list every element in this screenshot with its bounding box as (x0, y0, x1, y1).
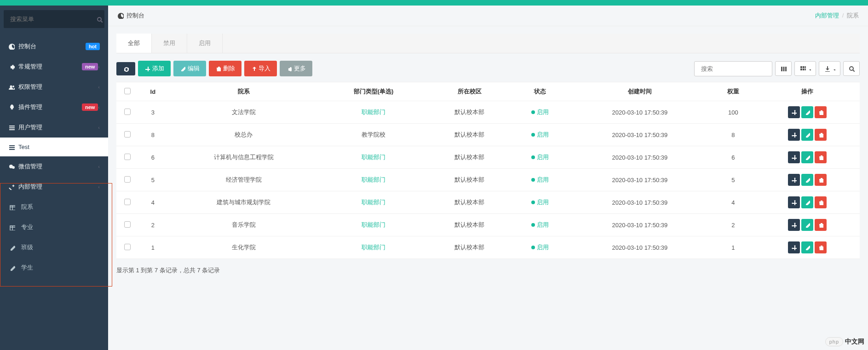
export-button[interactable] (819, 61, 840, 76)
sidebar-item-4[interactable]: 用户管理 ‹ (0, 117, 108, 138)
row-checkbox[interactable] (124, 131, 131, 138)
cell-id: 8 (138, 124, 167, 146)
sidebar-item-label: 控制台 (18, 42, 86, 51)
tab-1[interactable]: 禁用 (152, 34, 187, 53)
cell-status[interactable]: 启用 (512, 214, 569, 236)
sidebar-item-7[interactable]: 内部管理 ‹ (0, 177, 108, 197)
cell-status[interactable]: 启用 (512, 101, 569, 124)
row-move-button[interactable] (788, 106, 800, 118)
sidebar-item-2[interactable]: 权限管理 ‹ (0, 77, 108, 97)
row-delete-button[interactable] (815, 151, 827, 163)
row-delete-button[interactable] (815, 196, 827, 208)
grid-button[interactable] (794, 61, 816, 76)
data-table: Id院系部门类型(单选)所在校区状态创建时间权重操作 3 文法学院 职能部门 默… (116, 82, 860, 259)
cell-name: 音乐学院 (167, 214, 320, 236)
edit-button[interactable]: 编辑 (173, 61, 206, 76)
sidebar-subitem-3[interactable]: 学生 (0, 258, 108, 278)
table-row: 5 经济管理学院 职能部门 默认校本部 启用 2020-03-10 17:50:… (116, 169, 860, 191)
list-icon (8, 124, 18, 131)
pencil-icon (805, 222, 810, 228)
chevron-left-icon: ‹ (98, 104, 100, 110)
row-move-button[interactable] (788, 174, 800, 186)
top-bar (0, 0, 868, 6)
row-edit-button[interactable] (801, 129, 813, 141)
cell-type: 职能部门 (320, 146, 427, 169)
row-move-button[interactable] (788, 196, 800, 208)
row-move-button[interactable] (788, 151, 800, 163)
cell-campus: 默认校本部 (427, 214, 512, 236)
sidebar-subitem-1[interactable]: 专业 (0, 217, 108, 237)
cell-status[interactable]: 启用 (512, 146, 569, 169)
refresh-button[interactable] (116, 62, 135, 75)
row-edit-button[interactable] (801, 151, 813, 163)
cell-type: 职能部门 (320, 214, 427, 236)
cell-campus: 默认校本部 (427, 236, 512, 259)
row-edit-button[interactable] (801, 196, 813, 208)
dashboard-icon (8, 43, 18, 50)
list-icon (8, 144, 18, 150)
row-edit-button[interactable] (801, 241, 813, 253)
main-area: 控制台 内部管理 / 院系 全部禁用启用 添加 编辑 (108, 6, 868, 350)
table-header-4: 所在校区 (427, 82, 512, 101)
row-delete-button[interactable] (815, 174, 827, 186)
sidebar-subitem-0[interactable]: 院系 (0, 197, 108, 217)
row-checkbox[interactable] (124, 176, 131, 183)
add-button[interactable]: 添加 (138, 61, 171, 76)
table-search-input[interactable] (694, 61, 772, 76)
table-header-6: 创建时间 (569, 82, 712, 101)
search-toggle-button[interactable] (843, 61, 860, 76)
more-button[interactable]: 更多 (280, 61, 312, 76)
tab-2[interactable]: 启用 (187, 34, 223, 53)
sidebar-search-input[interactable] (4, 10, 94, 28)
cell-status[interactable]: 启用 (512, 124, 569, 146)
sidebar-subitem-2[interactable]: 班级 (0, 237, 108, 258)
plus-icon (144, 66, 150, 71)
sidebar-item-6[interactable]: 微信管理 ‹ (0, 156, 108, 177)
row-checkbox[interactable] (124, 199, 131, 205)
cell-id: 5 (138, 169, 167, 191)
sidebar-item-label: 插件管理 (18, 103, 82, 111)
row-checkbox[interactable] (124, 154, 131, 160)
row-delete-button[interactable] (815, 219, 827, 231)
cell-actions (755, 101, 860, 124)
row-edit-button[interactable] (801, 106, 813, 118)
breadcrumb-current: 院系 (847, 12, 859, 19)
table-header-3: 部门类型(单选) (320, 82, 427, 101)
caret-down-icon (832, 67, 835, 70)
row-delete-button[interactable] (815, 129, 827, 141)
sidebar-item-1[interactable]: 常规管理 new ‹ (0, 57, 108, 77)
row-delete-button[interactable] (815, 241, 827, 253)
row-checkbox[interactable] (124, 244, 131, 250)
row-move-button[interactable] (788, 129, 800, 141)
sidebar-item-label: Test (18, 143, 100, 150)
wechat-icon (8, 163, 18, 170)
cell-status[interactable]: 启用 (512, 191, 569, 214)
pencil-icon (805, 132, 810, 138)
row-move-button[interactable] (788, 241, 800, 253)
cell-status[interactable]: 启用 (512, 169, 569, 191)
sidebar-search-button[interactable] (94, 10, 104, 28)
row-checkbox[interactable] (124, 109, 131, 115)
row-edit-button[interactable] (801, 174, 813, 186)
sidebar-item-5[interactable]: Test (0, 138, 108, 156)
breadcrumb-link-0[interactable]: 内部管理 (815, 12, 839, 19)
move-icon (791, 132, 797, 138)
delete-button[interactable]: 删除 (209, 61, 241, 76)
table-header-0[interactable] (116, 82, 138, 101)
chevron-left-icon: ‹ (98, 64, 100, 69)
cell-status[interactable]: 启用 (512, 236, 569, 259)
row-checkbox[interactable] (124, 221, 131, 228)
columns-button[interactable] (775, 61, 792, 76)
tab-0[interactable]: 全部 (116, 34, 152, 53)
row-edit-button[interactable] (801, 219, 813, 231)
table-header-8: 操作 (755, 82, 860, 101)
sidebar-item-0[interactable]: 控制台 hot (0, 36, 108, 57)
import-button[interactable]: 导入 (244, 61, 277, 76)
checkbox-all[interactable] (124, 88, 131, 94)
row-move-button[interactable] (788, 219, 800, 231)
sidebar-item-3[interactable]: 插件管理 new ‹ (0, 97, 108, 117)
row-delete-button[interactable] (815, 106, 827, 118)
pencil-icon (805, 109, 810, 115)
table-header-1: Id (138, 82, 167, 101)
download-icon (824, 65, 830, 72)
